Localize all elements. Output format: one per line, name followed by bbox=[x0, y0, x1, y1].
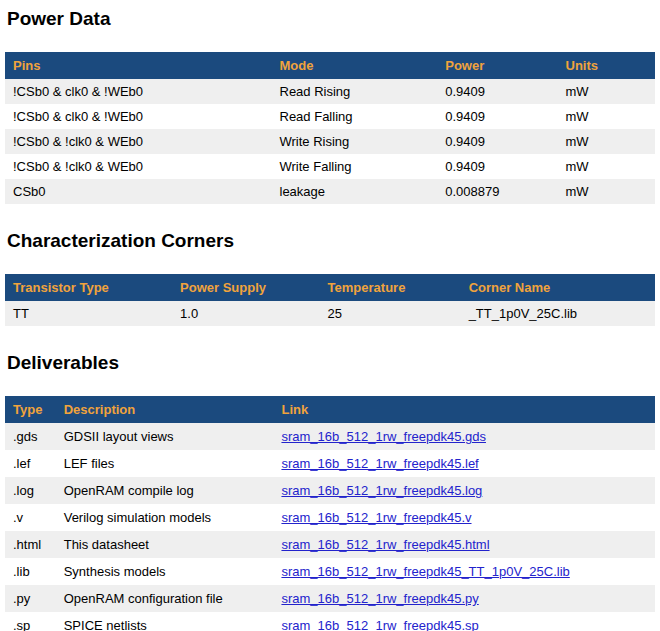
deliverables-table: Type Description Link .gds GDSII layout … bbox=[5, 396, 655, 631]
power-header-row: Pins Mode Power Units bbox=[5, 52, 655, 79]
col-header-pins: Pins bbox=[5, 52, 272, 79]
deliverable-link-gds[interactable]: sram_16b_512_1rw_freepdk45.gds bbox=[281, 429, 486, 444]
cell-power: 0.9409 bbox=[437, 129, 557, 154]
deliverable-link-lef[interactable]: sram_16b_512_1rw_freepdk45.lef bbox=[281, 456, 478, 471]
power-data-title: Power Data bbox=[7, 8, 655, 30]
cell-power-supply: 1.0 bbox=[172, 301, 320, 326]
col-header-power-supply: Power Supply bbox=[172, 274, 320, 301]
cell-power: 0.9409 bbox=[437, 104, 557, 129]
cell-power: 0.008879 bbox=[437, 179, 557, 204]
cell-link: sram_16b_512_1rw_freepdk45.lef bbox=[273, 450, 655, 477]
col-header-mode: Mode bbox=[272, 52, 438, 79]
cell-description: This datasheet bbox=[56, 531, 274, 558]
cell-description: Synthesis models bbox=[56, 558, 274, 585]
cell-corner-name: _TT_1p0V_25C.lib bbox=[461, 301, 655, 326]
cell-power: 0.9409 bbox=[437, 79, 557, 104]
cell-transistor-type: TT bbox=[5, 301, 172, 326]
table-row: CSb0 leakage 0.008879 mW bbox=[5, 179, 655, 204]
table-row: .lib Synthesis models sram_16b_512_1rw_f… bbox=[5, 558, 655, 585]
section-power-data: Power Data Pins Mode Power Units !CSb0 &… bbox=[5, 8, 655, 204]
cell-link: sram_16b_512_1rw_freepdk45.gds bbox=[273, 423, 655, 450]
cell-description: SPICE netlists bbox=[56, 612, 274, 631]
cell-mode: Read Rising bbox=[272, 79, 438, 104]
deliverable-link-py[interactable]: sram_16b_512_1rw_freepdk45.py bbox=[281, 591, 478, 606]
corners-header-row: Transistor Type Power Supply Temperature… bbox=[5, 274, 655, 301]
cell-description: Verilog simulation models bbox=[56, 504, 274, 531]
table-row: .log OpenRAM compile log sram_16b_512_1r… bbox=[5, 477, 655, 504]
col-header-description: Description bbox=[56, 396, 274, 423]
cell-power: 0.9409 bbox=[437, 154, 557, 179]
cell-pins: !CSb0 & clk0 & !WEb0 bbox=[5, 79, 272, 104]
table-row: .lef LEF files sram_16b_512_1rw_freepdk4… bbox=[5, 450, 655, 477]
cell-type: .sp bbox=[5, 612, 56, 631]
cell-pins: !CSb0 & clk0 & !WEb0 bbox=[5, 104, 272, 129]
col-header-corner-name: Corner Name bbox=[461, 274, 655, 301]
cell-link: sram_16b_512_1rw_freepdk45.html bbox=[273, 531, 655, 558]
cell-description: OpenRAM configuration file bbox=[56, 585, 274, 612]
cell-description: OpenRAM compile log bbox=[56, 477, 274, 504]
cell-units: mW bbox=[558, 179, 656, 204]
cell-mode: Read Falling bbox=[272, 104, 438, 129]
cell-units: mW bbox=[558, 79, 656, 104]
cell-pins: !CSb0 & !clk0 & WEb0 bbox=[5, 154, 272, 179]
cell-description: GDSII layout views bbox=[56, 423, 274, 450]
cell-pins: CSb0 bbox=[5, 179, 272, 204]
deliverable-link-v[interactable]: sram_16b_512_1rw_freepdk45.v bbox=[281, 510, 471, 525]
col-header-units: Units bbox=[558, 52, 656, 79]
characterization-corners-table: Transistor Type Power Supply Temperature… bbox=[5, 274, 655, 326]
table-row: !CSb0 & clk0 & !WEb0 Read Falling 0.9409… bbox=[5, 104, 655, 129]
cell-mode: leakage bbox=[272, 179, 438, 204]
section-characterization-corners: Characterization Corners Transistor Type… bbox=[5, 230, 655, 326]
col-header-power: Power bbox=[437, 52, 557, 79]
table-row: !CSb0 & !clk0 & WEb0 Write Rising 0.9409… bbox=[5, 129, 655, 154]
table-row: !CSb0 & !clk0 & WEb0 Write Falling 0.940… bbox=[5, 154, 655, 179]
cell-mode: Write Rising bbox=[272, 129, 438, 154]
col-header-transistor-type: Transistor Type bbox=[5, 274, 172, 301]
cell-pins: !CSb0 & !clk0 & WEb0 bbox=[5, 129, 272, 154]
cell-link: sram_16b_512_1rw_freepdk45.log bbox=[273, 477, 655, 504]
cell-description: LEF files bbox=[56, 450, 274, 477]
table-row: .sp SPICE netlists sram_16b_512_1rw_free… bbox=[5, 612, 655, 631]
cell-mode: Write Falling bbox=[272, 154, 438, 179]
cell-type: .v bbox=[5, 504, 56, 531]
table-row: .py OpenRAM configuration file sram_16b_… bbox=[5, 585, 655, 612]
cell-units: mW bbox=[558, 104, 656, 129]
cell-link: sram_16b_512_1rw_freepdk45.v bbox=[273, 504, 655, 531]
table-row: .v Verilog simulation models sram_16b_51… bbox=[5, 504, 655, 531]
cell-type: .gds bbox=[5, 423, 56, 450]
cell-type: .py bbox=[5, 585, 56, 612]
table-row: .gds GDSII layout views sram_16b_512_1rw… bbox=[5, 423, 655, 450]
cell-type: .lef bbox=[5, 450, 56, 477]
cell-units: mW bbox=[558, 129, 656, 154]
table-row: TT 1.0 25 _TT_1p0V_25C.lib bbox=[5, 301, 655, 326]
power-data-table: Pins Mode Power Units !CSb0 & clk0 & !WE… bbox=[5, 52, 655, 204]
cell-link: sram_16b_512_1rw_freepdk45.py bbox=[273, 585, 655, 612]
deliverables-header-row: Type Description Link bbox=[5, 396, 655, 423]
cell-type: .lib bbox=[5, 558, 56, 585]
deliverable-link-lib[interactable]: sram_16b_512_1rw_freepdk45_TT_1p0V_25C.l… bbox=[281, 564, 569, 579]
col-header-type: Type bbox=[5, 396, 56, 423]
cell-link: sram_16b_512_1rw_freepdk45.sp bbox=[273, 612, 655, 631]
deliverable-link-log[interactable]: sram_16b_512_1rw_freepdk45.log bbox=[281, 483, 482, 498]
cell-units: mW bbox=[558, 154, 656, 179]
deliverable-link-sp[interactable]: sram_16b_512_1rw_freepdk45.sp bbox=[281, 618, 478, 631]
col-header-temperature: Temperature bbox=[320, 274, 461, 301]
characterization-corners-title: Characterization Corners bbox=[7, 230, 655, 252]
col-header-link: Link bbox=[273, 396, 655, 423]
cell-temperature: 25 bbox=[320, 301, 461, 326]
deliverable-link-html[interactable]: sram_16b_512_1rw_freepdk45.html bbox=[281, 537, 489, 552]
deliverables-title: Deliverables bbox=[7, 352, 655, 374]
cell-link: sram_16b_512_1rw_freepdk45_TT_1p0V_25C.l… bbox=[273, 558, 655, 585]
table-row: .html This datasheet sram_16b_512_1rw_fr… bbox=[5, 531, 655, 558]
cell-type: .log bbox=[5, 477, 56, 504]
cell-type: .html bbox=[5, 531, 56, 558]
table-row: !CSb0 & clk0 & !WEb0 Read Rising 0.9409 … bbox=[5, 79, 655, 104]
section-deliverables: Deliverables Type Description Link .gds … bbox=[5, 352, 655, 631]
